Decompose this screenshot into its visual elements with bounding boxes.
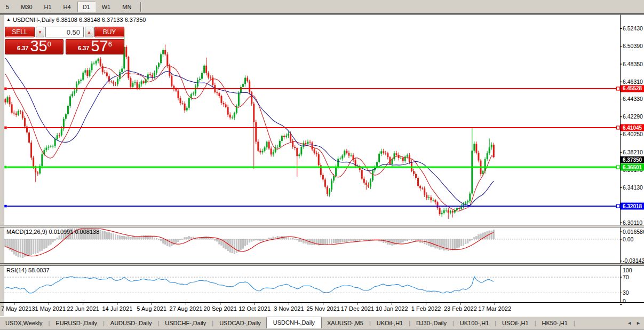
tab-ukoil-h1[interactable]: UKOil-,H1: [371, 318, 409, 328]
macd-bar: [35, 239, 36, 254]
candle-body: [396, 153, 397, 155]
macd-bar: [128, 237, 130, 239]
macd-bar: [268, 238, 270, 239]
tab-dj30-daily[interactable]: DJ30-,Daily: [411, 318, 452, 328]
macd-bar: [312, 239, 313, 245]
volume-increase-button[interactable]: ▲: [85, 27, 93, 37]
macd-bar: [227, 239, 229, 251]
macd-bar: [299, 239, 300, 241]
macd-bar: [324, 239, 326, 244]
macd-bar: [363, 239, 365, 240]
timeframe-button-5[interactable]: 5: [1, 2, 14, 12]
macd-bar: [130, 237, 132, 239]
tab-usdchf-daily[interactable]: USDCHF-,Daily: [160, 318, 211, 328]
macd-bar: [407, 239, 408, 241]
macd-bar: [476, 237, 478, 239]
macd-bar: [465, 239, 466, 243]
candle-body: [337, 159, 339, 167]
price-tick-label: 6.46310: [623, 78, 643, 85]
candle-body: [475, 144, 477, 153]
tab-audusd-daily[interactable]: AUDUSD-,Daily: [105, 318, 157, 328]
candle-body: [37, 172, 38, 174]
resistance-1-handle[interactable]: [4, 87, 7, 90]
buy-button[interactable]: BUY: [94, 27, 124, 37]
candle-body: [417, 178, 419, 186]
macd-bar: [342, 239, 344, 242]
macd-bar: [46, 239, 47, 248]
candle-body: [487, 153, 488, 159]
candle-body: [80, 80, 82, 81]
line-axis-handle[interactable]: [617, 166, 620, 169]
resistance-2-handle[interactable]: [4, 127, 7, 129]
candle-body: [67, 106, 69, 114]
candle-body: [368, 185, 369, 187]
macd-tick-label: 0.00: [623, 236, 634, 242]
macd-bar: [454, 239, 456, 249]
timeframe-button-m30[interactable]: M30: [15, 2, 37, 12]
tab-eurusd-daily[interactable]: EURUSD-,Daily: [50, 318, 102, 328]
candle-body: [473, 144, 475, 151]
candle-body: [7, 97, 9, 102]
timeframe-button-h4[interactable]: H4: [58, 2, 76, 12]
collapse-triangle-icon[interactable]: ▲: [6, 17, 11, 22]
line-axis-handle[interactable]: [617, 87, 620, 90]
support-2-handle[interactable]: [4, 205, 7, 208]
tab-usdcad-daily[interactable]: USDCAD-,Daily: [214, 318, 266, 328]
tab-uk100-h1[interactable]: UK100-,H1: [455, 318, 494, 328]
timeframe-button-w1[interactable]: W1: [97, 2, 116, 12]
candle-body: [184, 104, 186, 111]
macd-bar: [44, 239, 45, 249]
line-axis-handle[interactable]: [617, 205, 620, 208]
candle-body: [456, 208, 458, 210]
macd-bar: [365, 239, 367, 240]
tab-usdcnh-daily[interactable]: USDCNH-,Daily: [266, 317, 322, 328]
buy-price-display[interactable]: 6.37 57 6: [66, 39, 124, 54]
date-label: 5 Aug 2021: [137, 305, 166, 312]
macd-bar: [443, 239, 445, 250]
candle-body: [257, 142, 259, 151]
macd-bar: [126, 237, 128, 239]
macd-bar: [394, 239, 395, 245]
tab-usoil-h1[interactable]: USOil-,H1: [497, 318, 534, 328]
macd-bar: [39, 239, 41, 252]
candle-body: [141, 81, 142, 84]
line-axis-handle[interactable]: [617, 126, 620, 129]
candle-body: [115, 84, 116, 84]
macd-bar: [117, 235, 118, 239]
support-1-handle[interactable]: [4, 166, 7, 169]
volume-input[interactable]: [46, 27, 83, 37]
sell-price-display[interactable]: 6.37 35 0: [5, 39, 63, 54]
candle-body: [33, 158, 34, 167]
tab-scroll-left-icon[interactable]: ◄: [627, 320, 632, 326]
candle-body: [223, 103, 225, 105]
buy-price-point: 6: [108, 41, 112, 48]
timeframe-button-mn[interactable]: MN: [117, 2, 137, 12]
tab-scroll-right-icon[interactable]: ►: [636, 320, 641, 326]
date-label: 12 Oct 2021: [238, 305, 271, 312]
date-label: 31 May 2021: [31, 305, 66, 312]
tab-hk50-h1[interactable]: HK50-,H1: [536, 318, 573, 328]
candle-body: [197, 80, 198, 87]
candle-body: [65, 114, 67, 119]
chart-area: 6.524306.503906.483506.463106.443306.422…: [0, 14, 644, 316]
candle-body: [268, 142, 270, 148]
macd-bar: [327, 239, 328, 245]
sell-button[interactable]: SELL: [5, 27, 35, 37]
price-badge-label: 6.37350: [623, 157, 642, 163]
macd-bar: [253, 239, 255, 240]
candle-body: [11, 104, 13, 113]
candle-body: [227, 107, 229, 114]
candle-body: [125, 47, 127, 57]
tab-usdx-weekly[interactable]: USDX,Weekly: [0, 318, 47, 328]
timeframe-button-h1[interactable]: H1: [39, 2, 57, 12]
candle-body: [491, 145, 492, 147]
macd-bar: [42, 239, 43, 250]
macd-bar: [452, 239, 454, 250]
candle-body: [415, 174, 417, 178]
timeframe-button-d1[interactable]: D1: [77, 2, 96, 12]
toolbar-separator: [140, 2, 141, 12]
volume-decrease-button[interactable]: ▼: [36, 27, 44, 37]
candle-body: [407, 155, 408, 157]
tab-xauusd-m5[interactable]: XAUUSD-,M5: [322, 318, 369, 328]
date-label: 27 Aug 2021: [170, 305, 203, 312]
